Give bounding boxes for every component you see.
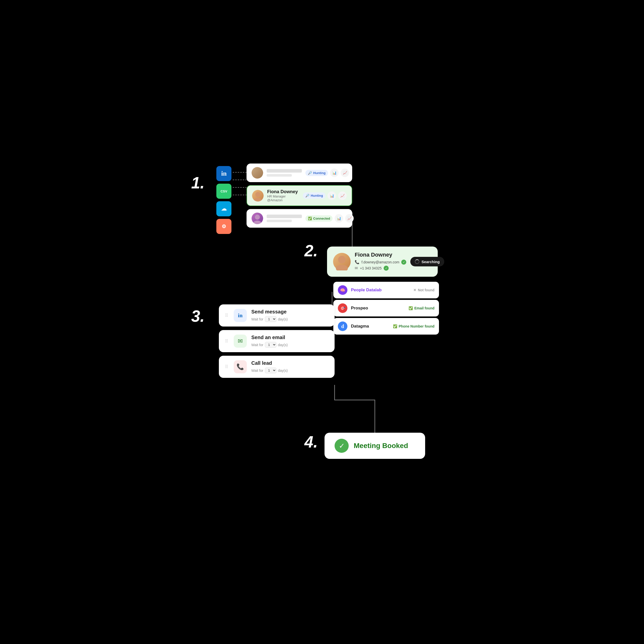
svg-point-0 xyxy=(255,192,260,197)
connected-icon-3: ✅ xyxy=(308,217,312,220)
drag-handle-1[interactable]: ⠿ xyxy=(225,313,228,318)
hunting-icon-fiona: 🔎 xyxy=(305,194,309,197)
send-email-title: Send an email xyxy=(251,335,329,340)
send-email-wait-select[interactable]: 1 2 3 xyxy=(265,342,276,348)
action-cards-list: ⠿ in Send message Wait for 1 2 3 day(s) xyxy=(219,304,335,378)
salesforce-source-icon[interactable]: ☁ xyxy=(216,201,231,216)
providers-list: 🧠 People Datalab ✕ Not found 🎯 Prospeo ✅… xyxy=(333,282,439,335)
meeting-check-icon: ✓ xyxy=(335,439,349,453)
enrichment-card: Fiona Downey 📞 f.downey@amazon.com ✓ ✉ +… xyxy=(327,247,438,277)
contact-card-fiona[interactable]: Fiona Downey HR Manager @Amazon 🔎 Huntin… xyxy=(247,185,352,206)
card-badges-fiona: 🔎 Hunting 📊 📈 xyxy=(303,191,347,200)
meeting-booked-card: ✓ Meeting Booked xyxy=(325,433,425,459)
stats-btn-3[interactable]: 📈 xyxy=(345,214,354,223)
fiona-title: HR Manager @Amazon xyxy=(267,194,299,202)
send-email-subtitle: Wait for 1 2 3 day(s) xyxy=(251,342,329,348)
prospeo-check-icon: ✅ xyxy=(409,306,413,310)
card-badges-1: 🔎 Hunting 📊 📈 xyxy=(305,169,349,177)
enrichment-email: f.downey@amazon.com xyxy=(361,260,399,264)
svg-point-4 xyxy=(338,256,346,263)
avatar-3 xyxy=(252,213,263,224)
fiona-name: Fiona Downey xyxy=(267,189,299,194)
datagma-check-icon: ✅ xyxy=(393,324,397,328)
send-email-content: Send an email Wait for 1 2 3 day(s) xyxy=(251,335,329,348)
svg-point-2 xyxy=(255,215,260,220)
step4-number: 4. xyxy=(304,433,318,451)
pdl-status: ✕ Not found xyxy=(413,288,434,292)
email-check-icon: ✓ xyxy=(401,260,406,265)
searching-button[interactable]: Searching xyxy=(410,257,444,266)
contact-info-1 xyxy=(267,169,302,177)
provider-datagma[interactable]: d Datagma ✅ Phone Number found xyxy=(333,318,439,335)
linkedin-action-icon: in xyxy=(234,309,247,322)
csv-source-icon[interactable]: CSV xyxy=(216,184,231,199)
provider-pdl[interactable]: 🧠 People Datalab ✕ Not found xyxy=(333,282,439,298)
hubspot-source-icon[interactable]: ⚙ xyxy=(216,219,231,234)
call-lead-subtitle: Wait for 1 2 3 day(s) xyxy=(251,368,329,373)
step1-number: 1. xyxy=(191,174,205,192)
datagma-status: ✅ Phone Number found xyxy=(393,324,434,328)
call-lead-wait-select[interactable]: 1 2 3 xyxy=(265,368,276,373)
searching-spinner-icon xyxy=(415,259,419,264)
chart-btn-1[interactable]: 📊 xyxy=(330,169,339,177)
contact-card-1[interactable]: 🔎 Hunting 📊 📈 xyxy=(247,164,352,182)
linkedin-source-icon[interactable]: in xyxy=(216,166,231,181)
enrichment-avatar xyxy=(333,253,351,270)
send-message-subtitle: Wait for 1 2 3 day(s) xyxy=(251,316,329,322)
datagma-icon: d xyxy=(338,321,347,331)
datagma-name: Datagma xyxy=(351,324,389,329)
x-icon: ✕ xyxy=(413,288,416,292)
prospeo-icon: 🎯 xyxy=(338,303,347,313)
avatar-fiona xyxy=(252,190,264,202)
send-message-wait-select[interactable]: 1 2 3 xyxy=(265,316,276,322)
call-lead-title: Call lead xyxy=(251,360,329,366)
svg-point-3 xyxy=(253,221,261,224)
enrichment-name: Fiona Downey xyxy=(355,252,406,258)
send-message-content: Send message Wait for 1 2 3 day(s) xyxy=(251,309,329,322)
contact-card-3[interactable]: ✅ Connected 📊 📈 xyxy=(247,209,352,228)
contact-info-fiona: Fiona Downey HR Manager @Amazon xyxy=(267,189,299,202)
svg-point-5 xyxy=(336,265,348,270)
phone-check-icon: ✓ xyxy=(384,266,389,271)
stats-btn-fiona[interactable]: 📈 xyxy=(338,191,347,200)
avatar-1 xyxy=(252,167,263,179)
contact-cards-list: 🔎 Hunting 📊 📈 Fiona Downey HR Manage xyxy=(247,164,352,228)
call-action-icon: 📞 xyxy=(234,360,247,373)
send-email-card[interactable]: ⠿ ✉ Send an email Wait for 1 2 3 day(s) xyxy=(219,330,335,352)
enrichment-header: Fiona Downey 📞 f.downey@amazon.com ✓ ✉ +… xyxy=(327,247,438,277)
drag-handle-2[interactable]: ⠿ xyxy=(225,338,228,344)
hunting-icon-1: 🔎 xyxy=(308,171,312,175)
enrichment-phone-row: ✉ +1 343 34325 ✓ xyxy=(355,266,406,271)
enrichment-email-row: 📞 f.downey@amazon.com ✓ xyxy=(355,260,406,265)
hunting-badge-1: 🔎 Hunting xyxy=(305,170,328,176)
drag-handle-3[interactable]: ⠿ xyxy=(225,364,228,370)
email-action-icon: ✉ xyxy=(234,335,247,348)
send-message-card[interactable]: ⠿ in Send message Wait for 1 2 3 day(s) xyxy=(219,304,335,327)
chart-btn-fiona[interactable]: 📊 xyxy=(328,191,336,200)
chart-btn-3[interactable]: 📊 xyxy=(335,214,343,223)
prospeo-status: ✅ Email found xyxy=(409,306,434,310)
call-lead-content: Call lead Wait for 1 2 3 day(s) xyxy=(251,360,329,373)
step2-number: 2. xyxy=(304,241,318,260)
enrichment-phone: +1 343 34325 xyxy=(360,266,382,270)
source-icons-group: in CSV ☁ ⚙ xyxy=(216,166,231,234)
card-badges-3: ✅ Connected 📊 📈 xyxy=(305,214,354,223)
step3-number: 3. xyxy=(191,307,205,326)
searching-label: Searching xyxy=(421,260,440,264)
connected-badge-3: ✅ Connected xyxy=(305,215,333,222)
pdl-icon: 🧠 xyxy=(338,285,347,295)
prospeo-name: Prospeo xyxy=(351,306,405,311)
call-lead-card[interactable]: ⠿ 📞 Call lead Wait for 1 2 3 day(s) xyxy=(219,356,335,378)
send-message-title: Send message xyxy=(251,309,329,315)
enrichment-info: Fiona Downey 📞 f.downey@amazon.com ✓ ✉ +… xyxy=(355,252,406,272)
meeting-booked-text: Meeting Booked xyxy=(354,442,408,450)
svg-point-1 xyxy=(254,198,262,202)
hunting-badge-fiona: 🔎 Hunting xyxy=(303,192,326,199)
pdl-name: People Datalab xyxy=(351,288,410,293)
contact-info-3 xyxy=(267,215,302,222)
provider-prospeo[interactable]: 🎯 Prospeo ✅ Email found xyxy=(333,300,439,316)
stats-btn-1[interactable]: 📈 xyxy=(341,169,349,177)
